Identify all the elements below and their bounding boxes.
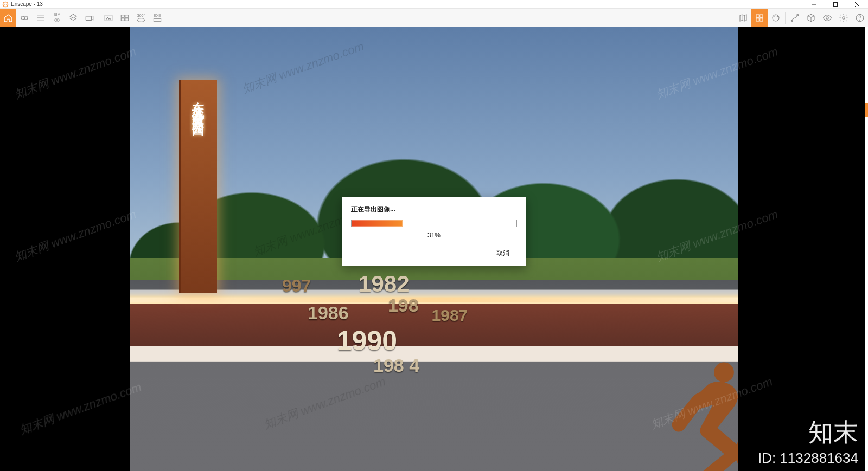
svg-rect-2 <box>834 3 838 7</box>
svg-rect-19 <box>154 18 161 21</box>
camera-button[interactable] <box>81 9 98 27</box>
brand-overlay: 知末 <box>808 416 858 449</box>
asset-library-button[interactable] <box>751 9 768 27</box>
progress-bar <box>352 220 403 227</box>
side-panel-stub <box>865 27 868 471</box>
park-monument-sign: 东坑儿童时光公园 <box>179 80 217 293</box>
export-360-button[interactable]: 360° <box>133 9 149 27</box>
dialog-actions: 取消 <box>351 247 517 260</box>
svg-rect-25 <box>760 18 763 21</box>
export-image-button[interactable] <box>100 9 117 27</box>
dialog-title: 正在导出图像... <box>351 205 517 214</box>
bim-info-button[interactable]: BIM <box>49 9 65 27</box>
svg-rect-12 <box>86 16 92 21</box>
help-button[interactable] <box>852 9 868 27</box>
toolbar-left-group: BIM 360° EXE <box>0 9 165 27</box>
svg-point-5 <box>21 16 24 20</box>
perspective-views-button[interactable] <box>65 9 81 27</box>
settings-button[interactable] <box>835 9 852 27</box>
svg-rect-23 <box>760 15 763 17</box>
export-batch-button[interactable] <box>117 9 133 27</box>
svg-rect-14 <box>121 15 124 17</box>
minimize-button[interactable] <box>803 0 825 9</box>
window-controls <box>803 0 868 8</box>
toolbar-right-group <box>735 9 868 27</box>
svg-rect-16 <box>121 18 124 21</box>
toolbar-separator <box>785 12 786 24</box>
app-logo-icon <box>2 1 9 8</box>
progress-track <box>351 220 517 227</box>
render-viewport[interactable]: 东坑儿童时光公园 997 1982 1986 198 1987 1990 198… <box>0 27 868 471</box>
main-toolbar: BIM 360° EXE <box>0 9 868 27</box>
close-button[interactable] <box>846 0 868 9</box>
watermark-text: 知末网 www.znzmo.com <box>12 43 138 102</box>
runner-silhouette-icon <box>649 348 738 471</box>
export-progress-dialog: 正在导出图像... 31% 取消 <box>342 197 526 266</box>
home-button[interactable] <box>0 9 16 27</box>
link-sync-button[interactable] <box>16 9 33 27</box>
label-exe: EXE <box>154 14 161 17</box>
view-mode-button[interactable] <box>819 9 835 27</box>
svg-point-31 <box>843 16 845 19</box>
export-exe-button[interactable]: EXE <box>149 9 165 27</box>
svg-point-30 <box>826 16 829 19</box>
progress-percent-text: 31% <box>351 231 517 239</box>
bim-label: BIM <box>54 12 60 16</box>
titlebar-left: Enscape - 13 <box>2 1 43 8</box>
svg-point-33 <box>859 20 860 20</box>
side-panel-handle[interactable] <box>865 103 868 117</box>
label-360: 360° <box>137 14 145 17</box>
svg-point-34 <box>737 434 738 472</box>
year-text: 1986 <box>308 302 349 324</box>
upload-package-button[interactable] <box>803 9 819 27</box>
cancel-button[interactable]: 取消 <box>489 247 517 260</box>
svg-rect-22 <box>756 15 759 17</box>
year-sculptures: 997 1982 1986 198 1987 1990 198 4 <box>264 271 628 369</box>
monument-text: 东坑儿童时光公园 <box>190 92 206 118</box>
year-text: 198 <box>388 295 419 316</box>
titlebar: Enscape - 13 <box>0 0 868 9</box>
map-button[interactable] <box>735 9 751 27</box>
svg-point-6 <box>24 16 28 20</box>
maximize-button[interactable] <box>825 0 846 9</box>
svg-rect-13 <box>105 15 112 21</box>
toolbar-separator <box>99 12 99 24</box>
svg-point-18 <box>137 18 144 22</box>
svg-rect-24 <box>756 18 759 21</box>
svg-rect-15 <box>125 15 129 17</box>
svg-rect-17 <box>125 18 129 21</box>
year-text: 198 4 <box>373 355 419 376</box>
watermark-text: 知末网 www.znzmo.com <box>12 206 138 265</box>
menu-button[interactable] <box>33 9 49 27</box>
materials-button[interactable] <box>768 9 784 27</box>
year-text: 997 <box>282 276 311 296</box>
year-text: 1990 <box>337 325 397 357</box>
year-text: 1982 <box>359 271 409 297</box>
video-path-button[interactable] <box>787 9 803 27</box>
year-text: 1987 <box>432 306 468 325</box>
window-title: Enscape - 13 <box>11 1 43 7</box>
watermark-text: 知末网 www.znzmo.com <box>17 379 144 438</box>
brand-id-overlay: ID: 1132881634 <box>758 450 858 467</box>
